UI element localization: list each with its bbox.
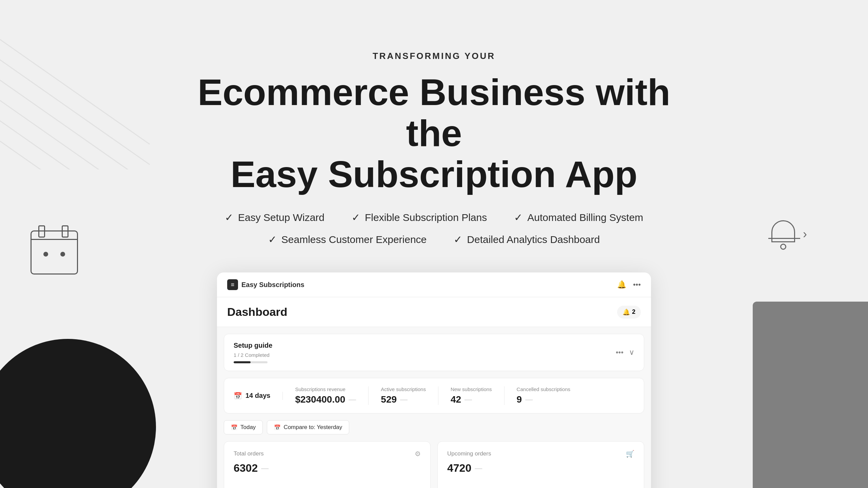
feature-item-4: ✓ Seamless Customer Experience	[268, 233, 427, 245]
check-icon-5: ✓	[454, 233, 462, 245]
period-text: 14 days	[245, 392, 270, 400]
setup-more-button[interactable]: •••	[616, 348, 624, 357]
stat-revenue-dash: —	[349, 395, 356, 404]
stat-cancelled-dash: —	[525, 395, 533, 404]
feature-label-1: Easy Setup Wizard	[238, 212, 324, 223]
stat-active: Active subscriptions 529 —	[369, 386, 438, 405]
feature-label-3: Automated Billing System	[527, 212, 643, 223]
stat-cancelled-value: 9	[517, 394, 522, 405]
stat-cancelled-value-row: 9 —	[517, 394, 570, 405]
notification-count: 2	[632, 308, 635, 316]
topbar-actions: 🔔 •••	[617, 280, 641, 289]
upcoming-orders-value: 4720	[447, 462, 471, 474]
feature-item-5: ✓ Detailed Analytics Dashboard	[454, 233, 600, 245]
stat-new-value: 42	[451, 394, 461, 405]
upcoming-orders-chart-title: Upcoming orders	[447, 450, 491, 457]
total-orders-chart-title: Total orders	[234, 450, 264, 457]
upcoming-orders-value-row: 4720 —	[447, 462, 634, 474]
total-orders-chart: Total orders ⚙ 6302 —	[224, 441, 431, 488]
more-icon[interactable]: •••	[633, 280, 641, 289]
hero-title: Ecommerce Business with the Easy Subscri…	[197, 72, 671, 195]
features-row-1: ✓ Easy Setup Wizard ✓ Flexible Subscript…	[225, 211, 643, 223]
setup-guide-progress-text: 1 / 2 Completed	[234, 352, 272, 358]
stat-new-dash: —	[465, 395, 472, 404]
total-orders-chart-header: Total orders ⚙	[234, 450, 421, 458]
calendar-icon: 📅	[234, 392, 242, 400]
compare-filter-label: Compare to: Yesterday	[283, 424, 342, 431]
notification-badge[interactable]: 🔔 2	[617, 306, 641, 319]
check-icon-2: ✓	[352, 211, 360, 223]
stat-period: 📅 14 days	[234, 392, 283, 400]
upcoming-orders-chart-icon[interactable]: 🛒	[626, 450, 634, 458]
upcoming-orders-chart-header: Upcoming orders 🛒	[447, 450, 634, 458]
feature-label-4: Seamless Customer Experience	[281, 234, 427, 245]
feature-label-5: Detailed Analytics Dashboard	[467, 234, 600, 245]
stat-revenue-value: $230400.00	[295, 394, 345, 405]
stat-new-label: New subscriptions	[451, 386, 492, 392]
upcoming-orders-chart-svg	[447, 480, 634, 488]
progress-bar	[234, 361, 268, 363]
stat-revenue-label: Subscriptions revenue	[295, 386, 356, 392]
topbar: ≡ Easy Subscriptions 🔔 •••	[217, 272, 651, 297]
setup-guide-left: Setup guide 1 / 2 Completed	[234, 342, 272, 363]
hero-subtitle: TRANSFORMING YOUR	[373, 51, 495, 61]
hero-title-line1: Ecommerce Business with the	[198, 71, 670, 154]
notification-icon[interactable]: 🔔	[617, 280, 626, 289]
bell-icon: 🔔	[623, 308, 630, 316]
check-icon-3: ✓	[514, 211, 522, 223]
hero-title-line2: Easy Subscription App	[231, 153, 637, 195]
feature-label-2: Flexible Subscription Plans	[365, 212, 487, 223]
charts-row: Total orders ⚙ 6302 — Upcoming orders 🛒	[224, 441, 644, 488]
app-icon-symbol: ≡	[231, 281, 235, 288]
total-orders-value: 6302	[234, 462, 258, 474]
app-name: Easy Subscriptions	[241, 281, 304, 289]
stat-cancelled-label: Cancelled subscriptions	[517, 386, 570, 392]
feature-item-2: ✓ Flexible Subscription Plans	[352, 211, 487, 223]
upcoming-orders-chart: Upcoming orders 🛒 4720 —	[437, 441, 644, 488]
date-filters: 📅 Today 📅 Compare to: Yesterday	[224, 420, 644, 434]
check-icon-1: ✓	[225, 211, 233, 223]
total-orders-value-row: 6302 —	[234, 462, 421, 474]
total-orders-chart-svg	[234, 480, 421, 488]
stat-revenue: Subscriptions revenue $230400.00 —	[283, 386, 369, 405]
progress-bar-fill	[234, 361, 251, 363]
stat-active-value: 529	[381, 394, 397, 405]
dashboard-card: ≡ Easy Subscriptions 🔔 ••• Dashboard 🔔 2…	[217, 272, 651, 488]
stat-revenue-value-row: $230400.00 —	[295, 394, 356, 405]
setup-guide-title: Setup guide	[234, 342, 272, 349]
upcoming-orders-dash: —	[475, 464, 482, 473]
stat-active-dash: —	[400, 395, 408, 404]
stat-active-label: Active subscriptions	[381, 386, 426, 392]
calendar-filter-icon-1: 📅	[231, 424, 238, 431]
today-filter-label: Today	[240, 424, 256, 431]
setup-guide-right: ••• ∨	[616, 348, 634, 357]
check-icon-4: ✓	[268, 233, 277, 245]
total-orders-chart-icon[interactable]: ⚙	[415, 450, 421, 458]
stat-cancelled: Cancelled subscriptions 9 —	[505, 386, 583, 405]
setup-collapse-button[interactable]: ∨	[629, 348, 634, 357]
feature-item-3: ✓ Automated Billing System	[514, 211, 643, 223]
stats-row: 📅 14 days Subscriptions revenue $230400.…	[224, 378, 644, 413]
setup-guide: Setup guide 1 / 2 Completed ••• ∨	[224, 334, 644, 371]
dashboard-header: Dashboard 🔔 2	[217, 297, 651, 327]
app-icon: ≡	[227, 279, 238, 290]
total-orders-dash: —	[261, 464, 269, 473]
dashboard-title: Dashboard	[227, 305, 288, 319]
calendar-filter-icon-2: 📅	[274, 424, 281, 431]
stat-new: New subscriptions 42 —	[438, 386, 505, 405]
main-content: TRANSFORMING YOUR Ecommerce Business wit…	[0, 0, 868, 488]
app-brand: ≡ Easy Subscriptions	[227, 279, 304, 290]
compare-filter-button[interactable]: 📅 Compare to: Yesterday	[267, 420, 349, 434]
stat-active-value-row: 529 —	[381, 394, 426, 405]
features-row-2: ✓ Seamless Customer Experience ✓ Detaile…	[268, 233, 600, 245]
feature-item-1: ✓ Easy Setup Wizard	[225, 211, 324, 223]
stat-new-value-row: 42 —	[451, 394, 492, 405]
today-filter-button[interactable]: 📅 Today	[224, 420, 263, 434]
